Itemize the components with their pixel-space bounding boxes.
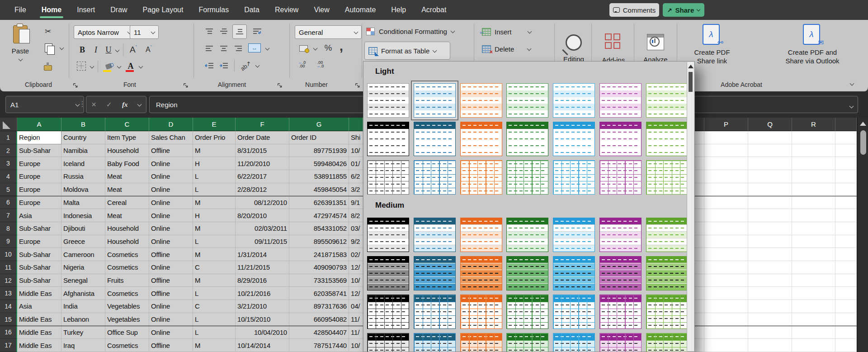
table-style-thumb-medium-2-green[interactable] [506,256,548,290]
menu-item-page-layout[interactable]: Page Layout [143,6,184,14]
decrease-indent-button[interactable] [203,60,215,71]
shrink-font-button[interactable]: Aˇ [142,43,156,56]
align-left-button[interactable] [203,43,215,54]
cell-C2[interactable]: Household [105,144,149,157]
cell-C14[interactable]: Vegetables [105,300,149,313]
create-pdf-share-outlook-label[interactable]: Create PDF and Share via Outlook [774,48,851,65]
table-style-thumb-medium-3-orange[interactable] [460,295,502,329]
column-header-R[interactable]: R [792,118,835,131]
cell-empty[interactable] [704,339,748,352]
cell-empty[interactable] [695,300,704,313]
cell-empty[interactable] [835,196,857,209]
cell-A7[interactable]: Asia [17,209,61,222]
cell-empty[interactable] [704,222,748,235]
cell-empty[interactable] [792,157,835,170]
cell-C5[interactable]: Meat [105,183,149,196]
cell-empty[interactable] [835,183,857,196]
cell-F12[interactable]: 8/29/2016 [236,274,289,287]
name-box-resize-dots[interactable]: ⋮ [79,100,86,108]
cell-E11[interactable]: C [193,261,236,274]
row-header-9[interactable]: 9 [0,235,17,248]
table-style-thumb-medium-2-orange[interactable] [460,256,502,290]
cell-empty[interactable] [835,209,857,222]
cell-H2[interactable]: 10/ [349,144,363,157]
cell-empty[interactable] [704,209,748,222]
row-header-5[interactable]: 5 [0,183,17,196]
cell-empty[interactable] [835,313,857,326]
menu-item-view[interactable]: View [314,6,329,14]
cell-empty[interactable] [704,144,748,157]
cell-E15[interactable]: L [193,313,236,326]
cell-empty[interactable] [748,209,792,222]
column-header-B[interactable]: B [61,118,105,131]
cell-H7[interactable]: 8/2 [349,209,363,222]
table-style-thumb-medium-4-gray[interactable] [367,333,409,352]
cell-A3[interactable]: Europe [17,157,61,170]
cell-G2[interactable]: 897751939 [289,144,349,157]
cell-B5[interactable]: Moldova [61,183,105,196]
cell-G5[interactable]: 459845054 [289,183,349,196]
menu-item-data[interactable]: Data [244,6,259,14]
increase-indent-button[interactable] [218,60,230,71]
cell-empty[interactable] [748,326,792,339]
table-style-thumb-medium-4-orange[interactable] [460,333,502,352]
cell-B14[interactable]: India [61,300,105,313]
table-style-thumb-light-2-blue[interactable] [414,122,456,156]
column-header-D[interactable]: D [149,118,193,131]
font-color-button[interactable]: A [125,60,137,72]
cell-F1[interactable]: Order Date [236,131,289,144]
cell-empty[interactable] [704,300,748,313]
row-header-2[interactable]: 2 [0,144,17,157]
cell-empty[interactable] [792,196,835,209]
table-style-thumb-medium-1-green[interactable] [506,218,548,252]
cell-C4[interactable]: Meat [105,170,149,183]
column-header-Q[interactable]: Q [748,118,792,131]
cell-C13[interactable]: Cosmetics [105,287,149,300]
cell-G4[interactable]: 538911855 [289,170,349,183]
cell-B8[interactable]: Djibouti [61,222,105,235]
cell-empty[interactable] [695,209,704,222]
cell-A6[interactable]: Europe [17,196,61,209]
table-style-thumb-medium-2-skyblue[interactable] [553,256,595,290]
align-top-button[interactable] [203,25,215,37]
cell-D3[interactable]: Online [149,157,193,170]
row-header-11[interactable]: 11 [0,261,17,274]
cell-A1[interactable]: Region [17,131,61,144]
cell-empty[interactable] [748,170,792,183]
table-style-thumb-medium-2-blue[interactable] [414,256,456,290]
table-style-thumb-medium-3-lime[interactable] [646,295,688,329]
menu-item-formulas[interactable]: Formulas [198,6,229,14]
table-style-thumb-medium-1-purple[interactable] [599,218,642,252]
table-style-thumb-medium-2-lime[interactable] [646,256,688,290]
table-style-thumb-light-2-green[interactable] [506,122,548,156]
menu-item-insert[interactable]: Insert [77,6,95,14]
bold-button[interactable]: B [77,43,88,56]
cell-E10[interactable]: M [193,248,236,261]
row-header-6[interactable]: 6 [0,196,17,209]
fill-color-chevron[interactable] [116,62,122,71]
cell-A17[interactable]: Middle Eas [17,339,61,352]
cell-H5[interactable]: 3/2 [349,183,363,196]
cell-F8[interactable]: 02/03/2011 [236,222,289,235]
cell-C12[interactable]: Fruits [105,274,149,287]
cell-empty[interactable] [748,261,792,274]
cell-empty[interactable] [835,235,857,248]
row-header-4[interactable]: 4 [0,170,17,183]
table-style-thumb-light-3-green[interactable] [506,160,548,195]
cell-empty[interactable] [695,170,704,183]
cell-empty[interactable] [792,235,835,248]
table-style-thumb-light-2-skyblue[interactable] [553,122,595,156]
cell-A4[interactable]: Europe [17,170,61,183]
cell-E12[interactable]: M [193,274,236,287]
insert-cells-button[interactable]: ⇦ Insert [482,25,550,38]
row-header-13[interactable]: 13 [0,287,17,300]
select-all-corner[interactable] [0,118,17,131]
merge-center-chevron[interactable] [264,44,270,52]
cell-G9[interactable]: 895509612 [289,235,349,248]
cell-H14[interactable]: 04/ [349,300,363,313]
cell-empty[interactable] [704,248,748,261]
row-header-3[interactable]: 3 [0,157,17,170]
cell-C1[interactable]: Item Type [105,131,149,144]
cell-B13[interactable]: Afghanista [61,287,105,300]
font-dialog-launcher[interactable] [183,82,189,88]
